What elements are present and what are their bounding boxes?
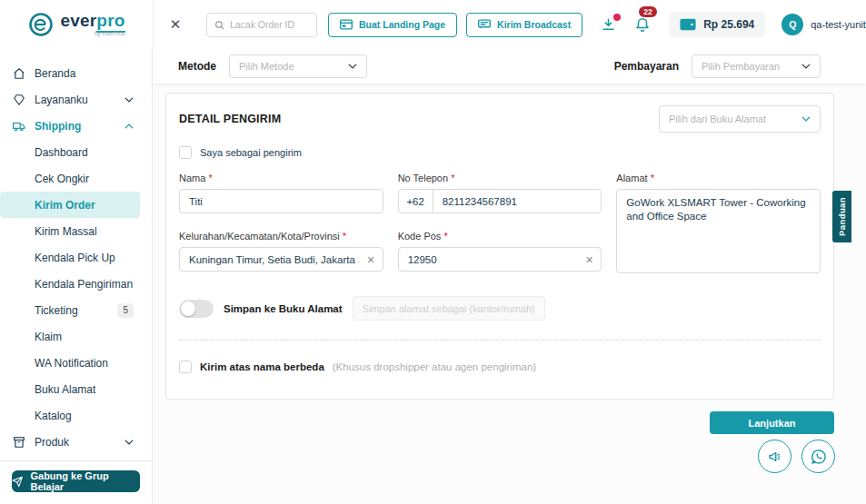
logo-byline: by evermos xyxy=(60,31,124,37)
nama-input[interactable] xyxy=(179,189,383,213)
clear-icon[interactable]: ✕ xyxy=(366,253,374,265)
self-sender-label: Saya sebagai pengirim xyxy=(200,147,302,158)
sidebar-item-label: Kendala Pick Up xyxy=(35,252,115,264)
gem-icon xyxy=(13,94,26,106)
sidebar: Beranda Layananku Shipping Dashboard Cek… xyxy=(0,49,153,504)
kirim-broadcast-button[interactable]: Kirim Broadcast xyxy=(466,13,582,37)
sender-fields: Nama * No Telepon * +62 Alamat * GoWork … xyxy=(179,173,821,277)
sidebar-item-beranda[interactable]: Beranda xyxy=(0,60,152,86)
field-nama: Nama * xyxy=(179,173,383,219)
sidebar-item-kendala-pick-up[interactable]: Kendala Pick Up xyxy=(0,244,152,271)
sidebar-item-wa-notification[interactable]: WA Notification xyxy=(0,350,152,376)
sidebar-item-label: Katalog xyxy=(35,410,72,422)
sidebar-item-layananku[interactable]: Layananku xyxy=(0,86,152,113)
sidebar-item-label: Kirim Order xyxy=(35,199,95,212)
telepon-label: No Telepon * xyxy=(398,173,602,183)
announcement-fab[interactable] xyxy=(758,440,791,473)
save-address-toggle[interactable] xyxy=(179,300,214,318)
required-mark: * xyxy=(451,173,454,183)
address-book-select[interactable]: Pilih dari Buku Alamat xyxy=(659,105,821,133)
sidebar-item-katalog[interactable]: Katalog xyxy=(0,402,152,429)
metode-label: Metode xyxy=(178,60,216,73)
buat-landing-page-button[interactable]: Buat Landing Page xyxy=(328,13,457,37)
metode-select-placeholder: Pilih Metode xyxy=(239,61,294,72)
buat-landing-page-label: Buat Landing Page xyxy=(359,19,445,30)
dropship-note: (Khusus dropshipper atau agen pengiriman… xyxy=(333,361,536,372)
sidebar-item-label: Kendala Pengiriman xyxy=(35,278,133,291)
sidebar-item-cek-ongkir[interactable]: Cek Ongkir xyxy=(0,165,152,192)
telepon-input-group: +62 xyxy=(398,189,602,213)
sidebar-item-produk[interactable]: Produk xyxy=(0,429,152,455)
topbar: everpro by evermos ✕ Buat Landing Page K… xyxy=(0,0,866,49)
kode-pos-input[interactable] xyxy=(398,247,602,272)
self-sender-row: Saya sebagai pengirim xyxy=(179,146,821,159)
whatsapp-fab[interactable] xyxy=(801,440,835,473)
required-mark: * xyxy=(208,173,212,183)
sidebar-item-label: Cek Ongkir xyxy=(35,173,89,185)
sidebar-item-label: Klaim xyxy=(35,331,62,343)
lanjutkan-button[interactable]: Lanjutkan xyxy=(710,411,834,434)
broadcast-icon xyxy=(478,19,491,30)
panduan-tab[interactable]: Panduan xyxy=(832,191,851,242)
address-book-placeholder: Pilih dari Buku Alamat xyxy=(669,114,766,124)
pembayaran-group: Pembayaran Pilih Pembayaran xyxy=(614,54,821,78)
metode-group: Metode Pilih Metode xyxy=(178,54,367,78)
sidebar-item-label: Kirim Massal xyxy=(35,225,97,238)
ticketing-count-badge: 5 xyxy=(117,303,134,318)
home-icon xyxy=(13,67,26,80)
sidebar-item-label: Dashboard xyxy=(35,146,88,159)
download-report-button[interactable] xyxy=(600,16,617,34)
sidebar-item-kendala-pengiriman[interactable]: Kendala Pengiriman xyxy=(0,271,152,297)
paper-plane-icon xyxy=(12,476,23,488)
account-menu[interactable]: Q qa-test-yunita-Yurawa-Owner xyxy=(781,14,866,35)
dropship-checkbox[interactable] xyxy=(179,361,192,373)
kelurahan-input[interactable] xyxy=(179,247,383,272)
kelurahan-label: Kelurahan/Kecamatan/Kota/Provinsi * xyxy=(179,231,383,242)
chevron-up-icon xyxy=(124,124,134,129)
toggle-knob xyxy=(181,301,195,316)
sidebar-item-dashboard[interactable]: Dashboard xyxy=(0,139,152,165)
order-search xyxy=(206,13,317,37)
sidebar-item-label: Beranda xyxy=(35,67,75,80)
sidebar-item-ticketing[interactable]: Ticketing 5 xyxy=(0,297,152,323)
field-kelurahan: Kelurahan/Kecamatan/Kota/Provinsi * ✕ xyxy=(179,231,383,277)
metode-select[interactable]: Pilih Metode xyxy=(229,54,367,78)
self-sender-checkbox[interactable] xyxy=(179,146,192,159)
whatsapp-icon xyxy=(810,448,828,466)
shell: Beranda Layananku Shipping Dashboard Cek… xyxy=(0,49,866,504)
topbar-content: ✕ Buat Landing Page Kirim Broadcast 22 xyxy=(153,0,866,49)
sidebar-item-kirim-massal[interactable]: Kirim Massal xyxy=(0,218,152,244)
telepon-input[interactable] xyxy=(433,190,602,212)
pembayaran-select[interactable]: Pilih Pembayaran xyxy=(692,54,821,78)
brand-wordmark: everpro by evermos xyxy=(60,12,124,37)
chevron-down-icon xyxy=(801,64,811,69)
search-icon xyxy=(214,19,224,31)
sidebar-item-label: Shipping xyxy=(35,120,81,133)
join-study-group-button[interactable]: Gabung ke Grup Belajar xyxy=(12,470,140,492)
chevron-down-icon xyxy=(124,97,134,103)
chevron-down-icon xyxy=(348,64,357,69)
brand-logo[interactable]: everpro by evermos xyxy=(0,0,153,49)
panduan-label: Panduan xyxy=(837,197,847,236)
clear-icon[interactable]: ✕ xyxy=(585,253,593,265)
sidebar-item-klaim[interactable]: Klaim xyxy=(0,323,152,350)
search-input[interactable] xyxy=(230,19,309,30)
save-address-label: Simpan ke Buku Alamat xyxy=(224,303,343,314)
alamat-textarea[interactable]: GoWork XLSMART Tower - Coworking and Off… xyxy=(616,189,821,273)
wallet-amount: Rp 25.694 xyxy=(703,18,754,31)
sidebar-item-kirim-order[interactable]: Kirim Order xyxy=(0,192,140,218)
notifications-button[interactable]: 22 xyxy=(634,16,651,34)
logo-ever: ever xyxy=(60,11,96,30)
wallet-balance[interactable]: Rp 25.694 xyxy=(669,12,765,37)
sidebar-item-buku-alamat[interactable]: Buku Alamat xyxy=(0,376,152,402)
field-alamat: Alamat * GoWork XLSMART Tower - Coworkin… xyxy=(616,173,821,277)
sidebar-item-label: Ticketing xyxy=(35,304,78,317)
shipping-truck-icon xyxy=(13,120,26,133)
save-address-name-input[interactable] xyxy=(353,296,545,321)
sidebar-item-shipping[interactable]: Shipping xyxy=(0,113,152,139)
nama-label: Nama * xyxy=(179,173,383,183)
box-icon xyxy=(13,436,26,449)
close-icon[interactable]: ✕ xyxy=(166,16,184,33)
account-name: qa-test-yunita-Yurawa-Owner xyxy=(811,19,866,30)
everpro-swirl-icon xyxy=(27,11,55,38)
